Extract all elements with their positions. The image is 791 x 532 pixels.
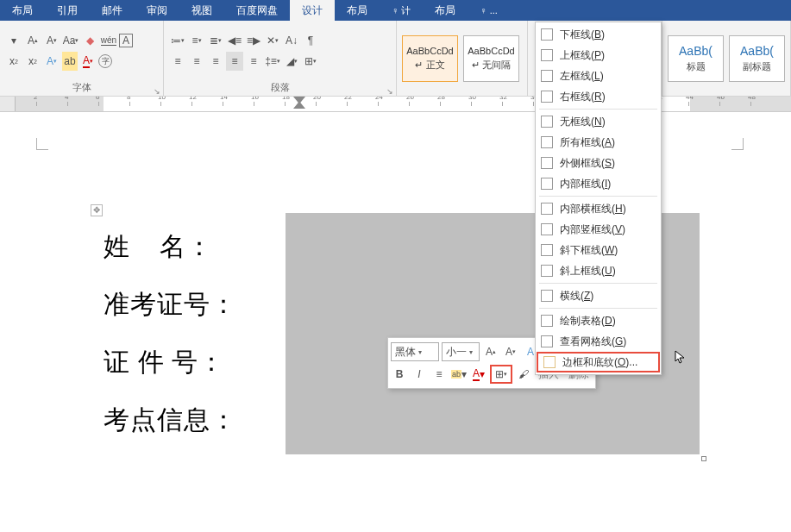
ruler[interactable]: 2468101214161820222426283032343638404244… (0, 97, 791, 112)
border-menu-item[interactable]: 下框线(B) (536, 24, 661, 45)
menu-item-label: 左框线(L) (560, 69, 604, 84)
increase-font-icon[interactable]: A▴ (24, 31, 41, 50)
menu-tab-design[interactable]: 设计 (290, 0, 335, 21)
menu-tab-layout1[interactable]: 布局 (0, 0, 45, 21)
ruler-number: 14 (220, 97, 228, 101)
font-combo[interactable]: 黑体▾ (391, 342, 439, 361)
ruler-number: 18 (282, 97, 290, 101)
menu-separator (539, 308, 657, 309)
line-spacing-icon[interactable]: ‡≡▾ (264, 52, 281, 71)
ruler-number: 32 (499, 97, 507, 101)
border-menu-item[interactable]: 斜上框线(U) (536, 260, 661, 281)
border-menu-item[interactable]: 外侧框线(S) (536, 153, 661, 173)
cut-icon[interactable]: ▾ (5, 31, 22, 50)
border-menu-item[interactable]: 横线(Z) (536, 285, 661, 306)
highlight-icon[interactable]: ab▾ (450, 365, 468, 384)
border-menu-item[interactable]: 所有框线(A) (536, 132, 661, 153)
paragraph-selector-icon[interactable]: ✥ (91, 204, 103, 216)
resize-handle[interactable] (701, 456, 706, 461)
text-effects-icon[interactable]: A▾ (43, 52, 60, 71)
border-menu-item[interactable]: 斜下框线(W) (536, 240, 661, 260)
align-center-icon[interactable]: ≡ (188, 52, 205, 71)
border-grid-icon (541, 136, 553, 148)
style-subtitle[interactable]: AaBb( 副标题 (729, 35, 785, 82)
document-area[interactable]: ✥ 姓 名： 准考证号： 证 件 号： 考点信息： (0, 112, 791, 532)
justify-icon[interactable]: ≡ (226, 52, 243, 71)
bold-button[interactable]: B (391, 365, 408, 384)
ltr-icon[interactable]: ✕▾ (264, 31, 281, 50)
menu-tab-references[interactable]: 引用 (45, 0, 90, 21)
menu-tab-layout2[interactable]: 布局 (335, 0, 380, 21)
svg-marker-1 (293, 102, 305, 109)
superscript-icon[interactable]: x2 (24, 52, 41, 71)
phonetic-icon[interactable]: wén (100, 31, 117, 50)
increase-indent-icon[interactable]: ≡▶ (245, 31, 262, 50)
size-combo[interactable]: 小一▾ (442, 342, 480, 361)
indent-marker-icon[interactable] (293, 97, 300, 107)
menu-tab-plan[interactable]: ♀ 计 (380, 0, 423, 21)
menu-item-label: 所有框线(A) (560, 135, 615, 150)
menu-tab-view[interactable]: 视图 (179, 0, 224, 21)
font-color-icon[interactable]: A▾ (470, 365, 487, 384)
distribute-icon[interactable]: ≡ (245, 52, 262, 71)
align-left-icon[interactable]: ≡ (169, 52, 186, 71)
menu-tell-me[interactable]: ♀ ... (468, 0, 509, 21)
style-nospacing[interactable]: AaBbCcDd ↵ 无间隔 (463, 35, 519, 82)
ruler-number: 12 (189, 97, 197, 101)
menu-tab-mail[interactable]: 邮件 (90, 0, 135, 21)
highlight-icon[interactable]: ab (62, 52, 78, 71)
border-menu-item[interactable]: 内部横框线(H) (536, 198, 661, 219)
border-menu-item[interactable]: 绘制表格(D) (536, 310, 661, 331)
sort-icon[interactable]: A↓ (283, 31, 300, 50)
style-title[interactable]: AaBb( 标题 (668, 35, 724, 82)
subscript-icon[interactable]: x2 (5, 52, 22, 71)
border-menu-item[interactable]: 上框线(P) (536, 45, 661, 66)
ruler-tab-selector[interactable] (0, 97, 16, 111)
doc-line-ticket[interactable]: 准考证号： (104, 287, 237, 322)
menu-tab-baidu[interactable]: 百度网盘 (224, 0, 290, 21)
menu-item-label: 斜上框线(U) (560, 264, 616, 279)
italic-button[interactable]: I (411, 365, 428, 384)
border-menu-item[interactable]: 右框线(R) (536, 86, 661, 107)
border-dropdown-button[interactable]: ⊞▾ (490, 365, 512, 384)
border-grid-icon (541, 223, 553, 235)
border-menu: 下框线(B)上框线(P)左框线(L)右框线(R)无框线(N)所有框线(A)外侧框… (535, 22, 662, 375)
border-menu-item[interactable]: 无框线(N) (536, 111, 661, 132)
border-grid-icon (541, 116, 553, 128)
ribbon-group-paragraph: ≔▾ ≡▾ ≣▾ ◀≡ ≡▶ ✕▾ A↓ ¶ ≡ ≡ ≡ ≡ ≡ ‡≡▾ ◢▾ (164, 21, 397, 96)
border-menu-item[interactable]: 内部竖框线(V) (536, 219, 661, 240)
ruler-number: 28 (437, 97, 445, 101)
align-icon[interactable]: ≡ (430, 365, 448, 384)
decrease-font-icon[interactable]: A▾ (502, 342, 519, 361)
dialog-launcher-icon[interactable]: ↘ (153, 87, 161, 96)
increase-font-icon[interactable]: A▴ (482, 342, 499, 361)
menu-item-label: 斜下框线(W) (560, 243, 618, 258)
border-menu-item[interactable]: 边框和底纹(O)... (537, 352, 660, 372)
borders-icon[interactable]: ⊞▾ (302, 52, 319, 71)
border-menu-item[interactable]: 查看网格线(G) (536, 331, 661, 352)
doc-line-name[interactable]: 姓 名： (104, 229, 213, 265)
doc-line-site[interactable]: 考点信息： (104, 403, 237, 438)
shading-icon[interactable]: ◢▾ (283, 52, 300, 71)
doc-line-id[interactable]: 证 件 号： (104, 345, 225, 380)
bullets-icon[interactable]: ≔▾ (169, 31, 186, 50)
change-case-icon[interactable]: Aa▾ (62, 31, 79, 50)
char-border-icon[interactable]: A (119, 34, 133, 47)
menu-tab-review[interactable]: 审阅 (135, 0, 179, 21)
multilevel-icon[interactable]: ≣▾ (207, 31, 224, 50)
decrease-indent-icon[interactable]: ◀≡ (226, 31, 243, 50)
style-normal[interactable]: AaBbCcDd ↵ 正文 (402, 35, 458, 82)
font-color-icon[interactable]: A▾ (79, 52, 97, 71)
enclose-icon[interactable]: 字 (98, 54, 112, 68)
numbering-icon[interactable]: ≡▾ (188, 31, 205, 50)
border-menu-item[interactable]: 左框线(L) (536, 66, 661, 86)
menu-tab-layout3[interactable]: 布局 (423, 0, 468, 21)
clear-format-icon[interactable]: ◆ (81, 31, 98, 50)
dialog-launcher-icon[interactable]: ↘ (386, 87, 394, 96)
align-right-icon[interactable]: ≡ (207, 52, 224, 71)
border-menu-item[interactable]: 内部框线(I) (536, 173, 661, 194)
decrease-font-icon[interactable]: A▾ (43, 31, 60, 50)
format-painter-icon[interactable]: 🖌 (515, 365, 532, 384)
show-marks-icon[interactable]: ¶ (302, 31, 319, 50)
ruler-number: 2 (34, 97, 37, 101)
